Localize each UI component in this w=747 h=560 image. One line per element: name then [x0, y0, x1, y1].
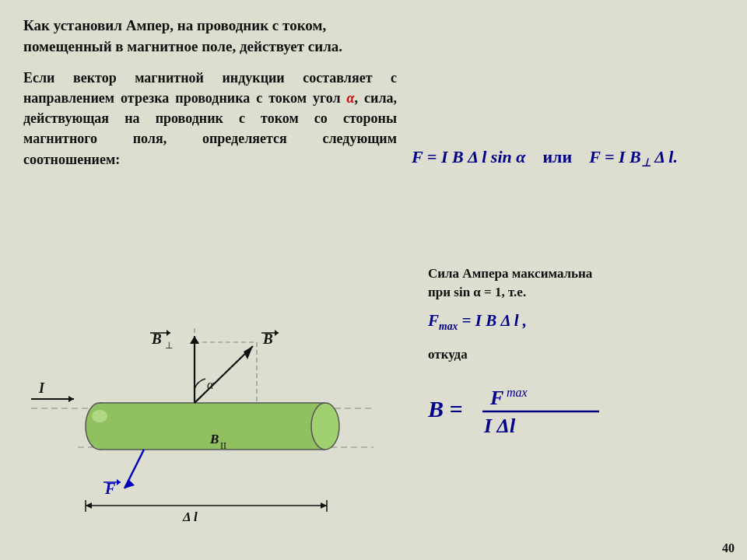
svg-text:Δ l: Δ l — [182, 509, 198, 521]
svg-marker-24 — [167, 330, 170, 336]
ampere-line2: при sin α = 1, т.е. — [428, 285, 526, 299]
svg-marker-3 — [68, 396, 74, 402]
page-container: Как установил Ампер, на проводник с токо… — [0, 0, 747, 560]
svg-marker-15 — [244, 346, 253, 359]
odkuda-label: откуда — [428, 347, 724, 362]
svg-text:I: I — [38, 380, 45, 396]
svg-text:F: F — [489, 387, 503, 409]
ampere-line1: Сила Ампера максимальна — [428, 266, 592, 281]
diagram-svg: I B B ⊥ — [16, 296, 389, 521]
svg-text:I Δl: I Δl — [483, 415, 516, 437]
ampere-max-text: Сила Ампера максимальна при sin α = 1, т… — [428, 264, 724, 302]
svg-text:⊥: ⊥ — [165, 340, 173, 351]
formula-fmax: Fmax = I B Δ l , — [428, 311, 724, 333]
svg-marker-34 — [86, 502, 92, 509]
svg-marker-35 — [321, 502, 327, 509]
svg-line-14 — [195, 346, 253, 403]
alpha-symbol: α — [347, 90, 355, 106]
top-line2: помещенный в магнитное поле, действует с… — [23, 38, 342, 54]
svg-text:α: α — [207, 378, 214, 391]
main-formula: F = I B Δ l sin α или F = I B⊥ Δ l. — [381, 145, 708, 170]
svg-text:B: B — [209, 432, 219, 446]
b-formula-svg: B = F max I Δl — [428, 369, 622, 443]
right-info-block: Сила Ампера максимальна при sin α = 1, т… — [428, 264, 724, 446]
svg-point-9 — [311, 403, 339, 450]
svg-marker-32 — [117, 479, 121, 485]
svg-text:max: max — [507, 386, 528, 399]
page-number: 40 — [722, 541, 735, 555]
svg-line-28 — [124, 450, 144, 488]
svg-marker-18 — [275, 330, 279, 336]
svg-point-10 — [92, 410, 107, 422]
svg-text:II: II — [220, 440, 226, 451]
svg-marker-20 — [190, 336, 199, 344]
top-text-block: Как установил Ампер, на проводник с токо… — [23, 16, 724, 57]
svg-text:B =: B = — [428, 396, 463, 422]
top-line1: Как установил Ампер, на проводник с токо… — [23, 17, 326, 33]
